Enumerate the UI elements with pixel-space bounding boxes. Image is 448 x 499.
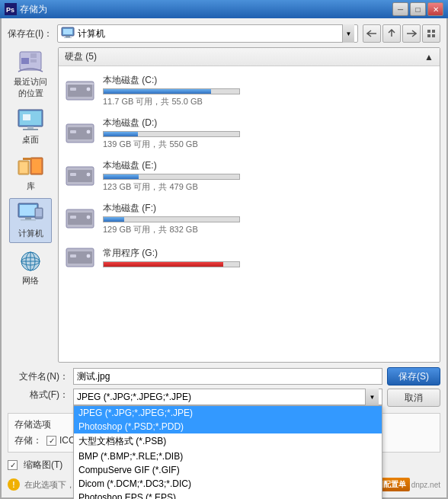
format-dropdown[interactable]: JPEG (*.JPG;*.JPEG;*.JPE) ▼ xyxy=(73,389,382,405)
icc-checkbox[interactable] xyxy=(46,436,56,446)
store-label: 存储选项 xyxy=(14,418,60,431)
maximize-button[interactable]: □ xyxy=(410,2,426,16)
svg-rect-25 xyxy=(20,205,37,216)
svg-rect-8 xyxy=(427,34,430,37)
filename-input[interactable] xyxy=(73,368,382,385)
sidebar-item-recent[interactable]: 最近访问的位置 xyxy=(9,47,52,102)
format-dropdown-text: JPEG (*.JPG;*.JPEG;*.JPE) xyxy=(77,392,365,402)
drives-section-header: 硬盘 (5) xyxy=(65,50,97,63)
watermark-url: dnpz.net xyxy=(411,481,440,489)
drive-c-bar-container xyxy=(103,88,240,94)
up-button[interactable] xyxy=(382,24,401,43)
format-option-psb[interactable]: 大型文档格式 (*.PSB) xyxy=(74,433,382,449)
svg-rect-27 xyxy=(21,219,36,221)
drive-c-name: 本地磁盘 (C:) xyxy=(103,74,434,87)
drive-e-info: 本地磁盘 (E:) 123 GB 可用，共 479 GB xyxy=(103,159,434,193)
file-browser: 硬盘 (5) ▲ 本地磁盘 (C:) xyxy=(58,47,440,363)
cancel-button[interactable]: 取消 xyxy=(387,389,440,407)
drive-item-c[interactable]: 本地磁盘 (C:) 11.7 GB 可用，共 55.0 GB xyxy=(62,69,437,112)
recent-icon xyxy=(17,50,44,75)
desktop-icon xyxy=(17,108,44,133)
sidebar-item-library[interactable]: 库 xyxy=(9,152,52,195)
views-button[interactable] xyxy=(422,24,440,43)
svg-rect-51 xyxy=(70,216,76,219)
svg-rect-11 xyxy=(21,58,29,64)
drive-c-bar xyxy=(104,89,211,94)
filename-label: 文件名(N)： xyxy=(8,370,69,383)
format-label: 格式(F)： xyxy=(8,389,69,401)
sidebar-label-network: 网络 xyxy=(22,275,39,286)
bottom-section: 文件名(N)： 保存(S) 格式(F)： JPEG (*.JPG;*.JPEG;… xyxy=(8,367,440,491)
svg-rect-20 xyxy=(20,162,27,173)
main-content: 最近访问的位置 桌面 xyxy=(8,47,440,363)
close-button[interactable]: ✕ xyxy=(427,2,443,16)
title-bar-text: 存储为 xyxy=(20,3,392,16)
format-popup[interactable]: JPEG (*.JPG;*.JPEG;*.JPE) Photoshop (*.P… xyxy=(73,405,382,499)
drive-f-bar xyxy=(104,217,124,222)
drive-e-icon xyxy=(65,163,95,189)
drive-e-bar xyxy=(104,174,139,179)
save-location-label: 保存在(I)： xyxy=(8,27,53,40)
svg-rect-13 xyxy=(30,59,37,62)
svg-rect-38 xyxy=(70,88,76,91)
drive-d-info: 本地磁盘 (D:) 139 GB 可用，共 550 GB xyxy=(103,117,434,150)
drive-item-e[interactable]: 本地磁盘 (E:) 123 GB 可用，共 479 GB xyxy=(62,155,437,197)
format-option-jpeg[interactable]: JPEG (*.JPG;*.JPEG;*.JPE) xyxy=(74,406,382,420)
svg-rect-5 xyxy=(64,37,72,38)
format-dropdown-arrow[interactable]: ▼ xyxy=(365,389,379,405)
drive-f-icon xyxy=(65,206,95,232)
save-location-bar: 保存在(I)： 计算机 ▼ xyxy=(8,24,440,43)
toolbar-buttons xyxy=(363,24,440,43)
svg-rect-9 xyxy=(432,34,435,37)
svg-rect-4 xyxy=(66,36,70,37)
sidebar-item-computer[interactable]: 计算机 xyxy=(9,198,52,243)
thumbnail-label: 缩略图(T) xyxy=(24,459,62,472)
save-location-dropdown[interactable]: 计算机 ▼ xyxy=(57,24,358,43)
drive-f-name: 本地磁盘 (F:) xyxy=(103,202,434,215)
svg-rect-26 xyxy=(25,217,31,219)
format-option-bmp[interactable]: BMP (*.BMP;*.RLE;*.DIB) xyxy=(74,449,382,463)
drive-d-bar-container xyxy=(103,131,240,137)
svg-point-39 xyxy=(86,87,91,91)
svg-rect-6 xyxy=(427,30,430,33)
minimize-button[interactable]: ─ xyxy=(392,2,408,16)
format-option-psd[interactable]: Photoshop (*.PSD;*.PDD) xyxy=(74,420,382,433)
app-icon: Ps xyxy=(5,3,17,15)
sidebar-label-computer: 计算机 xyxy=(18,228,43,239)
format-option-gif[interactable]: CompuServe GIF (*.GIF) xyxy=(74,463,382,477)
svg-text:Ps: Ps xyxy=(6,6,14,14)
drive-item-d[interactable]: 本地磁盘 (D:) 139 GB 可用，共 550 GB xyxy=(62,112,437,155)
drive-c-icon xyxy=(65,78,95,104)
dialog-body: 保存在(I)： 计算机 ▼ xyxy=(0,18,448,499)
save-location-text: 计算机 xyxy=(78,27,342,40)
drive-f-bar-container xyxy=(103,216,240,222)
svg-point-56 xyxy=(86,254,91,258)
svg-rect-3 xyxy=(63,29,72,34)
thumbnail-checkbox[interactable] xyxy=(8,460,18,470)
sidebar-item-desktop[interactable]: 桌面 xyxy=(9,105,52,149)
drive-g-icon xyxy=(65,245,95,270)
scroll-up-arrow[interactable]: ▲ xyxy=(424,52,434,62)
drive-item-g[interactable]: 常用程序 (G:) xyxy=(62,240,437,275)
forward-button[interactable] xyxy=(402,24,421,43)
drive-item-f[interactable]: 本地磁盘 (F:) 129 GB 可用，共 832 GB xyxy=(62,197,437,240)
save-location-arrow[interactable]: ▼ xyxy=(342,24,354,43)
drive-c-info: 本地磁盘 (C:) 11.7 GB 可用，共 55.0 GB xyxy=(103,74,434,107)
svg-rect-43 xyxy=(70,130,76,133)
drive-e-bar-container xyxy=(103,174,240,180)
network-icon xyxy=(17,249,44,273)
sidebar-item-network[interactable]: 网络 xyxy=(9,246,52,289)
back-button[interactable] xyxy=(363,24,381,43)
svg-rect-12 xyxy=(30,53,37,58)
drive-g-bar-container xyxy=(103,261,240,267)
drive-d-name: 本地磁盘 (D:) xyxy=(103,117,434,130)
format-option-eps[interactable]: Photoshop EPS (*.EPS) xyxy=(74,491,382,499)
file-browser-content[interactable]: 本地磁盘 (C:) 11.7 GB 可用，共 55.0 GB xyxy=(59,66,440,362)
format-option-dicom[interactable]: Dicom (*.DCM;*.DC3;*.DIC) xyxy=(74,477,382,491)
svg-point-52 xyxy=(86,215,91,219)
file-browser-header: 硬盘 (5) ▲ xyxy=(59,48,440,66)
svg-rect-47 xyxy=(70,173,76,176)
save-button[interactable]: 保存(S) xyxy=(387,367,440,385)
svg-point-48 xyxy=(86,172,91,177)
drive-c-size: 11.7 GB 可用，共 55.0 GB xyxy=(103,96,434,107)
